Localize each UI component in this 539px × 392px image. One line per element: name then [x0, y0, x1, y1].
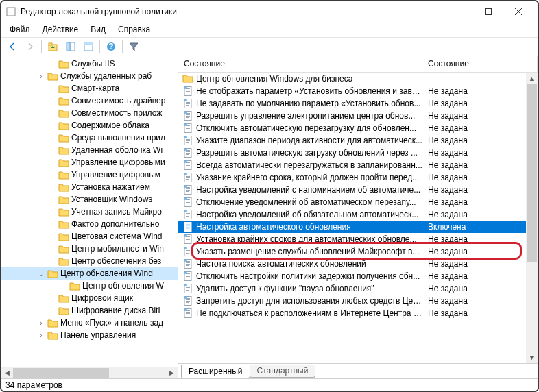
svg-rect-56 — [186, 167, 189, 167]
svg-rect-101 — [186, 261, 190, 262]
list-item-row[interactable]: Не отображать параметр «Установить обнов… — [178, 85, 538, 97]
expander-icon[interactable]: ⌄ — [37, 270, 45, 278]
tree-node[interactable]: Центр мобильности Win — [1, 243, 178, 255]
list-item-row[interactable]: Запретить доступ для использования любых… — [178, 295, 538, 307]
svg-point-27 — [184, 99, 187, 101]
vscroll-thumb[interactable] — [527, 84, 537, 262]
tree-node[interactable]: Службы IIS — [1, 58, 178, 70]
tree-node[interactable]: Установщик Windows — [1, 193, 178, 206]
tree-label: Учетная запись Майкро — [71, 207, 162, 217]
row-text: Всегда автоматически перезагружаться в з… — [196, 160, 422, 170]
list-item-row[interactable]: Не задавать по умолчанию параметр «Устан… — [178, 97, 538, 110]
tree-node[interactable]: ›Меню «Пуск» и панель зад — [1, 317, 178, 329]
toolbar: ? — [1, 37, 538, 56]
tree-node[interactable]: Совместимость прилож — [1, 107, 178, 119]
tree-label: Службы IIS — [71, 59, 115, 69]
menu-view[interactable]: Вид — [85, 23, 111, 36]
help-button[interactable]: ? — [103, 38, 119, 55]
list-item-row[interactable]: Настройка уведомлений с напоминанием об … — [178, 184, 538, 196]
list-folder-row[interactable]: Центр обновления Windows для бизнеса — [178, 73, 538, 85]
column-name[interactable]: Состояние — [178, 56, 422, 72]
tree-node[interactable]: ›Службы удаленных раб — [1, 70, 178, 82]
list-item-row[interactable]: Укажите диапазон периода активности для … — [178, 134, 538, 147]
tree-view[interactable]: Службы IIS›Службы удаленных рабСмарт-кар… — [1, 58, 178, 359]
policy-icon — [182, 123, 193, 134]
tree-node[interactable]: Удаленная оболочка Wi — [1, 144, 178, 156]
tree-node[interactable]: Установка нажатием — [1, 181, 178, 193]
tree-node[interactable]: Содержимое облака — [1, 119, 178, 132]
row-text: Настройка автоматического обновления — [196, 222, 422, 232]
tree-node[interactable]: Управление цифровым — [1, 169, 178, 181]
svg-rect-98 — [186, 253, 189, 254]
list-item-row[interactable]: Установка крайних сроков для автоматичес… — [178, 233, 538, 245]
list-item-row[interactable]: Настройка уведомлений об обязательном ав… — [178, 208, 538, 221]
list-item-row[interactable]: Отключение уведомлений об автоматическом… — [178, 196, 538, 208]
folder-icon — [58, 170, 69, 180]
forward-button[interactable] — [22, 38, 38, 55]
tree-hscrollbar[interactable]: ◀ ▶ — [1, 367, 178, 378]
toolbar-sep-3 — [122, 40, 123, 53]
tree-node[interactable]: Учетная запись Майкро — [1, 206, 178, 218]
tree-node[interactable]: Среда выполнения прил — [1, 132, 178, 144]
svg-rect-9 — [49, 43, 52, 45]
close-button[interactable] — [503, 2, 534, 21]
row-state: Не задана — [422, 185, 468, 195]
minimize-button[interactable] — [443, 2, 473, 21]
tree-node[interactable]: Фактор дополнительно — [1, 218, 178, 230]
scroll-down-icon[interactable]: ▼ — [526, 352, 538, 363]
menu-file[interactable]: Файл — [4, 23, 36, 36]
list-item-row[interactable]: Настройка автоматического обновленияВклю… — [178, 221, 538, 233]
list-item-row[interactable]: Отключить автоматическую перезагрузку дл… — [178, 122, 538, 134]
tree-node[interactable]: ⌄Центр обновления Wind — [1, 267, 178, 280]
row-state: Не задана — [422, 308, 468, 318]
scroll-right-icon[interactable]: ▶ — [166, 367, 178, 379]
tree-node[interactable]: Цифровой ящик — [1, 292, 178, 304]
expander-icon[interactable]: › — [37, 73, 45, 80]
list-item-row[interactable]: Частота поиска автоматических обновлений… — [178, 258, 538, 270]
tree-node[interactable]: Управление цифровыми — [1, 156, 178, 169]
list-item-row[interactable]: Всегда автоматически перезагружаться в з… — [178, 159, 538, 171]
scroll-up-icon[interactable]: ▲ — [526, 73, 538, 84]
tree-node[interactable]: Центр обновления W — [1, 280, 178, 292]
vscroll-track[interactable] — [526, 84, 538, 352]
expander-icon[interactable]: › — [37, 319, 45, 327]
back-button[interactable] — [4, 38, 21, 55]
filter-button[interactable] — [125, 38, 142, 55]
list-vscrollbar[interactable]: ▲ ▼ — [526, 73, 538, 363]
show-hide-tree-button[interactable] — [62, 38, 79, 55]
menu-action[interactable]: Действие — [37, 23, 84, 36]
svg-text:?: ? — [108, 42, 113, 51]
tree-node[interactable]: Цветовая система Wind — [1, 230, 178, 243]
list-item-row[interactable]: Не подключаться к расположениям в Интерн… — [178, 307, 538, 319]
expander-icon[interactable]: › — [37, 332, 45, 339]
list-item-row[interactable]: Указать размещение службы обновлений Май… — [178, 245, 538, 258]
tree-node[interactable]: Шифрование диска BitL — [1, 304, 178, 317]
folder-icon — [58, 84, 69, 93]
list-body[interactable]: Центр обновления Windows для бизнесаНе о… — [178, 73, 538, 363]
tree-node[interactable]: Смарт-карта — [1, 82, 178, 95]
svg-rect-43 — [186, 140, 190, 141]
list-item-row[interactable]: Отключить настройки политики задержки по… — [178, 270, 538, 282]
scroll-thumb[interactable] — [13, 368, 109, 378]
maximize-button[interactable] — [473, 2, 503, 21]
column-state[interactable]: Состояние — [422, 56, 538, 72]
tree-node[interactable]: Центр обеспечения без — [1, 255, 178, 267]
scroll-track[interactable] — [13, 367, 166, 379]
tree-label: Совместимость драйвер — [71, 96, 165, 106]
list-item-row[interactable]: Разрешить управление электропитанием цен… — [178, 110, 538, 122]
tree-node[interactable]: Совместимость драйвер — [1, 95, 178, 107]
tree-node[interactable]: ›Панель управления — [1, 329, 178, 341]
svg-rect-68 — [186, 191, 189, 192]
up-button[interactable] — [45, 38, 61, 55]
svg-rect-42 — [186, 139, 190, 140]
tab-extended[interactable]: Расширенный — [181, 365, 250, 378]
list-item-row[interactable]: Указание крайнего срока, который должен … — [178, 171, 538, 184]
svg-rect-3 — [8, 14, 12, 14]
svg-rect-67 — [186, 190, 190, 191]
scroll-left-icon[interactable]: ◀ — [1, 367, 13, 379]
list-item-row[interactable]: Удалить доступ к функции "пауза обновлен… — [178, 282, 538, 295]
export-list-button[interactable] — [80, 38, 97, 55]
tab-standard[interactable]: Стандартный — [250, 365, 316, 378]
list-item-row[interactable]: Разрешить автоматическую загрузку обновл… — [178, 147, 538, 159]
menu-help[interactable]: Справка — [112, 23, 156, 36]
